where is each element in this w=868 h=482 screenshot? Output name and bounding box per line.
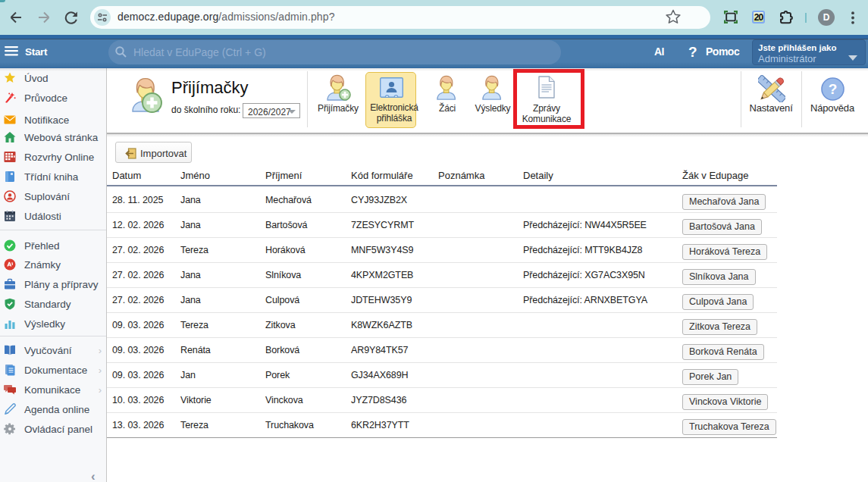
svg-text:?: ?	[829, 81, 838, 97]
